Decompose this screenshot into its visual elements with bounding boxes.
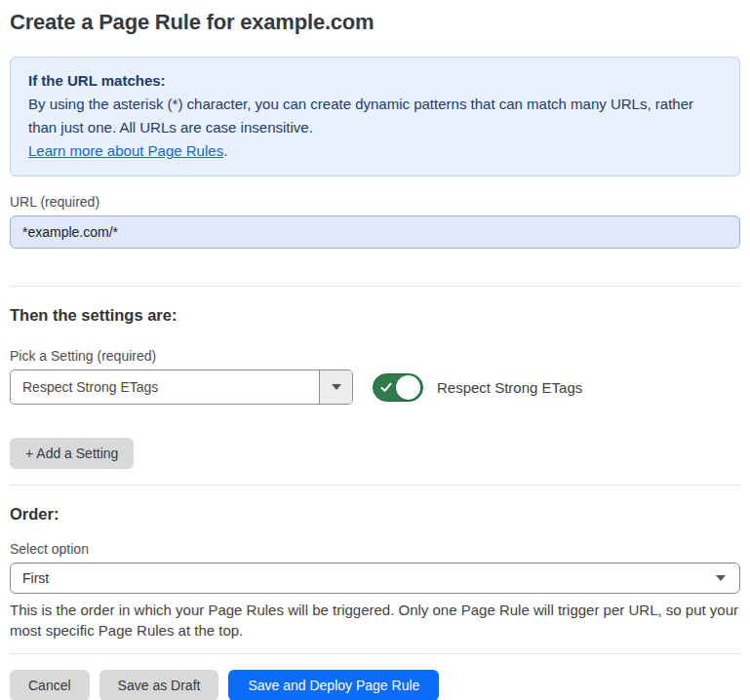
link-suffix: . [223, 142, 227, 159]
setting-select-row: Respect Strong ETags Respect Strong ETag… [10, 369, 740, 405]
setting-toggle-label: Respect Strong ETags [437, 379, 582, 396]
save-deploy-button[interactable]: Save and Deploy Page Rule [228, 670, 439, 700]
setting-select-value: Respect Strong ETags [11, 370, 319, 404]
order-select-value: First [22, 570, 49, 586]
settings-section-heading: Then the settings are: [10, 306, 740, 325]
footer-divider [10, 653, 740, 654]
url-match-info-box: If the URL matches: By using the asteris… [10, 57, 740, 176]
info-box-link-line: Learn more about Page Rules. [28, 139, 722, 163]
add-setting-button[interactable]: + Add a Setting [10, 438, 134, 469]
order-help-text: This is the order in which your Page Rul… [10, 600, 740, 641]
page-title: Create a Page Rule for example.com [10, 10, 740, 35]
order-section-heading: Order: [10, 505, 740, 524]
order-select-label: Select option [10, 541, 740, 557]
save-draft-button[interactable]: Save as Draft [99, 670, 219, 700]
check-icon [380, 382, 392, 393]
url-input[interactable] [10, 215, 740, 249]
setting-toggle[interactable] [373, 373, 423, 402]
page-rule-form: Create a Page Rule for example.com If th… [0, 10, 750, 700]
url-field-label: URL (required) [10, 194, 740, 210]
info-box-body: By using the asterisk (*) character, you… [28, 93, 722, 139]
chevron-down-icon [332, 384, 341, 390]
setting-select[interactable]: Respect Strong ETags [10, 369, 353, 405]
section-divider [10, 485, 740, 486]
order-select[interactable]: First [10, 563, 740, 594]
section-divider [10, 286, 740, 287]
learn-more-link[interactable]: Learn more about Page Rules [28, 142, 223, 159]
cancel-button[interactable]: Cancel [10, 670, 90, 700]
chevron-down-icon [716, 575, 726, 581]
action-buttons-row: Cancel Save as Draft Save and Deploy Pag… [10, 670, 740, 700]
setting-select-arrow-box[interactable] [319, 370, 352, 404]
info-box-heading: If the URL matches: [28, 69, 722, 93]
toggle-knob [396, 375, 420, 400]
pick-setting-label: Pick a Setting (required) [10, 348, 740, 364]
